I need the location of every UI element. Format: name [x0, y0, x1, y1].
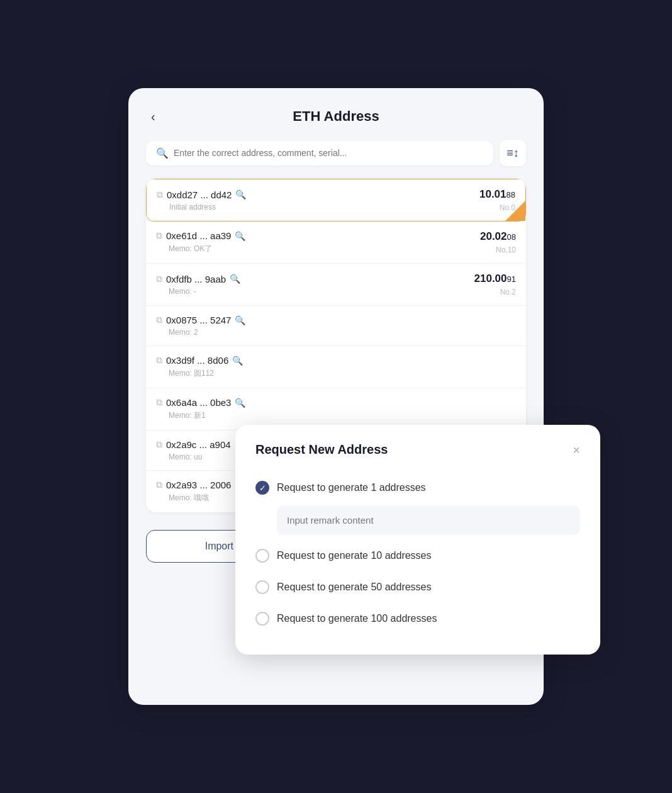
search-input[interactable]: [174, 148, 483, 158]
modal-options: ✓ Request to generate 1 addresses Reques…: [255, 472, 580, 634]
memo-3: Memo: 2: [169, 328, 245, 337]
search-addr-icon-0[interactable]: 🔍: [235, 189, 246, 200]
copy-icon-5[interactable]: ⧉: [156, 397, 162, 408]
address-item-0[interactable]: ⧉ 0xdd27 ... dd42 🔍 Initial address 10.0…: [146, 179, 526, 222]
memo-0: Initial address: [169, 203, 246, 211]
search-addr-icon-5[interactable]: 🔍: [235, 398, 245, 408]
balance-0: 10.0188: [479, 188, 515, 201]
address-item-5[interactable]: ⧉ 0x6a4a ... 0be3 🔍 Memo: 新1: [146, 388, 526, 430]
address-item-3[interactable]: ⧉ 0x0875 ... 5247 🔍 Memo: 2: [146, 306, 526, 346]
remark-input[interactable]: [287, 515, 570, 526]
search-box: 🔍: [146, 141, 493, 166]
balance-2: 210.0091: [474, 273, 516, 285]
address-text-4: 0x3d9f ... 8d06: [166, 355, 228, 366]
copy-icon-2[interactable]: ⧉: [156, 274, 162, 284]
copy-icon-3[interactable]: ⧉: [156, 315, 162, 325]
option-row-3[interactable]: Request to generate 50 addresses: [255, 571, 580, 603]
radio-3[interactable]: [255, 580, 269, 594]
page-title: ETH Address: [293, 108, 379, 125]
search-icon: 🔍: [156, 147, 169, 159]
option-row-4[interactable]: Request to generate 100 addresses: [255, 603, 580, 634]
balance-1: 20.0208: [480, 230, 516, 243]
modal-title: Request New Address: [255, 442, 388, 457]
modal-header: Request New Address ×: [255, 442, 580, 457]
search-row: 🔍 ≡↕: [146, 140, 526, 166]
memo-2: Memo: -: [169, 287, 240, 296]
option-label-4: Request to generate 100 addresses: [277, 613, 437, 624]
address-item-4[interactable]: ⧉ 0x3d9f ... 8d06 🔍 Memo: 圆112: [146, 346, 526, 388]
header: ‹ ETH Address: [146, 108, 526, 125]
option-label-2: Request to generate 10 addresses: [277, 550, 432, 561]
copy-icon-0[interactable]: ⧉: [157, 189, 163, 200]
memo-6: Memo: uu: [169, 453, 245, 461]
main-card: ‹ ETH Address 🔍 ≡↕ ⧉ 0xdd27 ... dd42 🔍 I…: [128, 88, 544, 705]
back-button[interactable]: ‹: [146, 107, 160, 127]
memo-7: Memo: 哦哦: [169, 493, 245, 503]
address-text-6: 0x2a9c ... a904: [166, 439, 231, 450]
copy-icon-4[interactable]: ⧉: [156, 355, 162, 366]
address-text-0: 0xdd27 ... dd42: [167, 189, 232, 200]
search-addr-icon-1[interactable]: 🔍: [235, 231, 245, 241]
check-icon-1: ✓: [259, 483, 266, 493]
address-text-1: 0xe61d ... aa39: [166, 230, 231, 241]
orange-corner: [505, 201, 525, 221]
memo-1: Memo: OK了: [169, 244, 245, 254]
address-item-2[interactable]: ⧉ 0xfdfb ... 9aab 🔍 Memo: - 210.0091 No.…: [146, 264, 526, 306]
memo-5: Memo: 新1: [169, 410, 245, 421]
serial-2: No.2: [500, 288, 516, 296]
filter-button[interactable]: ≡↕: [500, 140, 526, 166]
memo-4: Memo: 圆112: [169, 368, 243, 379]
option-row-1[interactable]: ✓ Request to generate 1 addresses: [255, 472, 580, 503]
search-addr-icon-4[interactable]: 🔍: [232, 356, 243, 366]
search-addr-icon-2[interactable]: 🔍: [230, 274, 240, 284]
address-text-7: 0x2a93 ... 2006: [166, 480, 231, 490]
radio-1[interactable]: ✓: [255, 481, 269, 495]
option-label-1: Request to generate 1 addresses: [277, 482, 426, 493]
address-text-2: 0xfdfb ... 9aab: [166, 274, 226, 284]
address-text-5: 0x6a4a ... 0be3: [166, 397, 231, 408]
option-label-3: Request to generate 50 addresses: [277, 582, 432, 593]
option-row-2[interactable]: Request to generate 10 addresses: [255, 540, 580, 571]
request-modal: Request New Address × ✓ Request to gener…: [235, 425, 600, 655]
copy-icon-7[interactable]: ⧉: [156, 480, 162, 490]
copy-icon-1[interactable]: ⧉: [156, 230, 162, 241]
copy-icon-6[interactable]: ⧉: [156, 439, 162, 450]
serial-1: No.10: [496, 245, 516, 254]
address-item-1[interactable]: ⧉ 0xe61d ... aa39 🔍 Memo: OK了 20.0208 No…: [146, 222, 526, 264]
remark-input-wrapper: [277, 506, 580, 535]
modal-close-button[interactable]: ×: [573, 444, 580, 456]
address-text-3: 0x0875 ... 5247: [166, 315, 231, 325]
radio-4[interactable]: [255, 612, 269, 626]
radio-2[interactable]: [255, 549, 269, 563]
search-addr-icon-3[interactable]: 🔍: [235, 315, 245, 325]
